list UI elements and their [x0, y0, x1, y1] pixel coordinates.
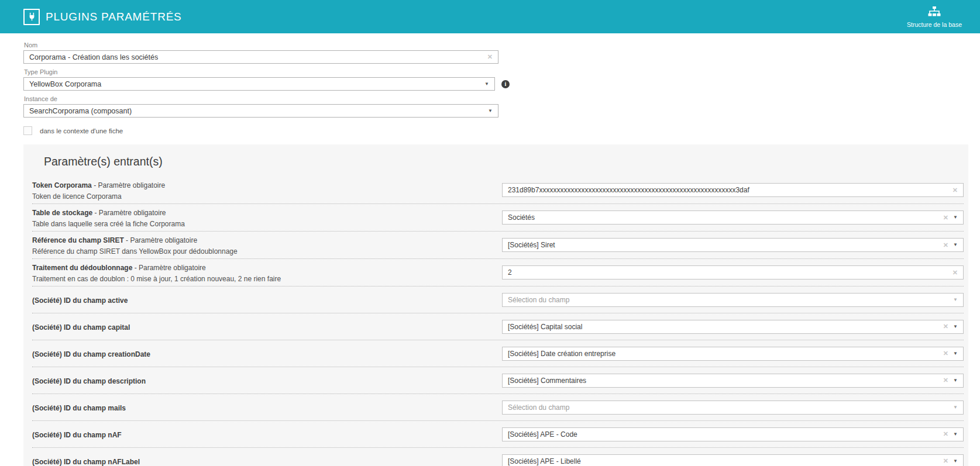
- chevron-down-icon[interactable]: ▼: [953, 325, 958, 329]
- param-label: Token Corporama - Paramètre obligatoire …: [32, 180, 502, 201]
- section-title: Paramètre(s) entrant(s): [23, 144, 968, 177]
- chevron-down-icon[interactable]: ▼: [484, 82, 489, 87]
- param-name: Token Corporama: [32, 181, 92, 189]
- param-label: Table de stockage - Paramètre obligatoir…: [32, 207, 502, 228]
- info-icon[interactable]: i: [501, 80, 510, 88]
- type-plugin-label: Type Plugin: [24, 68, 980, 75]
- param-name: (Société) ID du champ mails: [32, 404, 126, 412]
- param-value: [Sociétés] APE - Code: [508, 430, 943, 439]
- param-value: Sélection du champ: [508, 296, 948, 304]
- param-row: Table de stockage - Paramètre obligatoir…: [32, 204, 964, 232]
- param-row: Token Corporama - Paramètre obligatoire …: [32, 177, 964, 204]
- context-checkbox[interactable]: [23, 126, 32, 135]
- param-name: (Société) ID du champ capital: [32, 323, 130, 332]
- param-label: (Société) ID du champ active: [32, 295, 502, 305]
- param-name: (Société) ID du champ active: [32, 296, 128, 305]
- instance-de-label: Instance de: [24, 95, 980, 102]
- param-row: (Société) ID du champ creationDate [Soci…: [32, 340, 964, 367]
- param-row: (Société) ID du champ active Sélection d…: [32, 286, 964, 313]
- chevron-down-icon[interactable]: ▼: [953, 405, 958, 410]
- param-required-note: - Paramètre obligatoire: [124, 236, 197, 244]
- clear-icon[interactable]: ✕: [943, 377, 948, 384]
- context-checkbox-row: dans le contexte d'une fiche: [23, 126, 980, 135]
- clear-icon[interactable]: ✕: [943, 431, 948, 437]
- structure-de-la-base-button[interactable]: Structure de la base: [899, 6, 969, 28]
- param-value: [Sociétés] Capital social: [508, 323, 943, 331]
- param-control[interactable]: 231d89b7xxxxxxxxxxxxxxxxxxxxxxxxxxxxxxxx…: [502, 183, 964, 197]
- params-rows: Token Corporama - Paramètre obligatoire …: [23, 177, 968, 466]
- param-control[interactable]: Sélection du champ ▼: [502, 293, 964, 307]
- param-control[interactable]: Sélection du champ ▼: [502, 401, 964, 415]
- clear-icon[interactable]: ✕: [487, 54, 493, 60]
- param-required-note: - Paramètre obligatoire: [92, 181, 165, 189]
- page-title: PLUGINS PARAMÉTRÉS: [46, 11, 182, 23]
- clear-icon[interactable]: ✕: [943, 323, 948, 330]
- nom-input[interactable]: Corporama - Création dans les sociétés ✕: [23, 50, 498, 64]
- param-name: Référence du champ SIRET: [32, 236, 124, 244]
- param-required-note: - Paramètre obligatoire: [132, 264, 205, 272]
- structure-de-la-base-label: Structure de la base: [907, 21, 962, 28]
- param-control[interactable]: [Sociétés] Siret ✕ ▼: [502, 238, 964, 252]
- param-description: Traitement en cas de doublon : 0 mise à …: [32, 275, 490, 283]
- clear-icon[interactable]: ✕: [943, 458, 948, 464]
- clear-icon[interactable]: ✕: [943, 242, 948, 248]
- param-control[interactable]: 2 ✕: [502, 265, 964, 279]
- param-name: (Société) ID du champ creationDate: [32, 350, 150, 358]
- nom-label: Nom: [24, 42, 980, 49]
- param-control[interactable]: [Sociétés] Capital social ✕ ▼: [502, 320, 964, 334]
- param-name: Traitement du dédoublonnage: [32, 264, 132, 272]
- param-row: (Société) ID du champ nAF [Sociétés] APE…: [32, 421, 964, 448]
- param-value: [Sociétés] APE - Libellé: [508, 457, 943, 465]
- param-label: (Société) ID du champ nAFLabel: [32, 456, 502, 466]
- param-name: (Société) ID du champ nAF: [32, 431, 122, 439]
- param-label: Référence du champ SIRET - Paramètre obl…: [32, 234, 502, 256]
- chevron-down-icon[interactable]: ▼: [953, 432, 958, 437]
- param-value: [Sociétés] Commentaires: [508, 377, 943, 385]
- param-description: Table dans laquelle sera créé la fiche C…: [32, 220, 490, 228]
- param-name: Table de stockage: [32, 209, 92, 217]
- param-row: (Société) ID du champ capital [Sociétés]…: [32, 313, 964, 340]
- param-control[interactable]: [Sociétés] Date création entreprise ✕ ▼: [502, 347, 964, 361]
- param-description: Token de licence Corporama: [32, 192, 490, 201]
- param-row: Traitement du dédoublonnage - Paramètre …: [32, 259, 964, 286]
- param-label: (Société) ID du champ creationDate: [32, 348, 502, 359]
- type-plugin-value: YellowBox Corporama: [29, 80, 480, 88]
- param-row: Référence du champ SIRET - Paramètre obl…: [32, 232, 964, 259]
- chevron-down-icon[interactable]: ▼: [953, 351, 958, 356]
- type-plugin-select[interactable]: YellowBox Corporama ▼: [23, 77, 495, 91]
- param-row: (Société) ID du champ mails Sélection du…: [32, 394, 964, 421]
- param-value: 2: [508, 268, 953, 277]
- chevron-down-icon[interactable]: ▼: [953, 298, 958, 302]
- param-control[interactable]: [Sociétés] APE - Libellé ✕ ▼: [502, 454, 964, 466]
- chevron-down-icon[interactable]: ▼: [953, 243, 958, 247]
- param-value: Sélection du champ: [508, 403, 948, 412]
- param-value: Sociétés: [508, 213, 943, 222]
- clear-icon[interactable]: ✕: [953, 270, 958, 276]
- chevron-down-icon[interactable]: ▼: [488, 109, 493, 113]
- param-description: Référence du champ SIRET dans YellowBox …: [32, 247, 490, 256]
- context-checkbox-label: dans le contexte d'une fiche: [40, 127, 123, 134]
- chevron-down-icon[interactable]: ▼: [953, 215, 958, 220]
- clear-icon[interactable]: ✕: [943, 350, 948, 357]
- instance-de-select[interactable]: SearchCorporama (composant) ▼: [23, 104, 498, 118]
- param-name: (Société) ID du champ description: [32, 377, 146, 385]
- plugin-form: Nom Corporama - Création dans les sociét…: [0, 33, 980, 135]
- param-row: (Société) ID du champ nAFLabel [Sociétés…: [32, 448, 964, 466]
- param-control[interactable]: [Sociétés] Commentaires ✕ ▼: [502, 374, 964, 388]
- param-label: (Société) ID du champ capital: [32, 322, 502, 332]
- nom-value: Corporama - Création dans les sociétés: [29, 53, 487, 61]
- param-control[interactable]: [Sociétés] APE - Code ✕ ▼: [502, 427, 964, 441]
- chevron-down-icon[interactable]: ▼: [953, 378, 958, 383]
- param-label: (Société) ID du champ nAF: [32, 429, 502, 440]
- param-value: 231d89b7xxxxxxxxxxxxxxxxxxxxxxxxxxxxxxxx…: [508, 186, 953, 194]
- param-value: [Sociétés] Siret: [508, 241, 943, 249]
- param-row: (Société) ID du champ description [Socié…: [32, 367, 964, 394]
- plug-icon: [23, 9, 40, 25]
- clear-icon[interactable]: ✕: [943, 215, 948, 221]
- app-header: PLUGINS PARAMÉTRÉS Structure de la base: [0, 0, 980, 33]
- param-label: Traitement du dédoublonnage - Paramètre …: [32, 262, 502, 283]
- param-value: [Sociétés] Date création entreprise: [508, 350, 943, 358]
- clear-icon[interactable]: ✕: [953, 187, 958, 194]
- chevron-down-icon[interactable]: ▼: [953, 459, 958, 464]
- param-control[interactable]: Sociétés ✕ ▼: [502, 210, 964, 225]
